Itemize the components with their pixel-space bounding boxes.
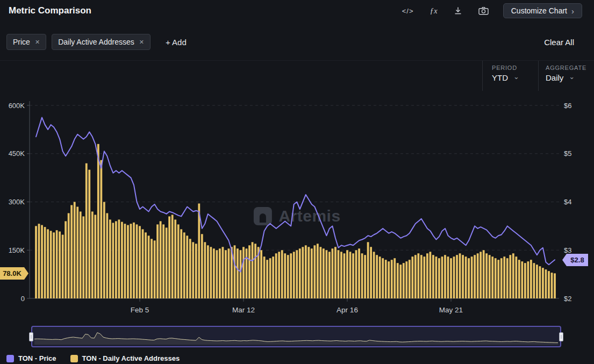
chart-controls-row: PERIOD YTD ⌄ AGGREGATE Daily ⌄ [0, 60, 594, 90]
svg-text:450K: 450K [9, 149, 25, 158]
legend-label: TON - Daily Active Addresses [82, 354, 180, 362]
svg-text:$5: $5 [564, 149, 571, 158]
aggregate-label: AGGREGATE [546, 65, 586, 71]
time-range-brush[interactable] [31, 326, 561, 347]
svg-text:0: 0 [21, 295, 25, 303]
watermark-text: Artemis [278, 207, 340, 225]
toolbar: </> ƒx Customize Chart › [400, 0, 582, 22]
download-icon[interactable] [452, 5, 464, 16]
code-icon[interactable]: </> [400, 6, 416, 16]
svg-text:$6: $6 [564, 102, 571, 110]
chip-label: Price [13, 38, 30, 46]
svg-text:$3: $3 [564, 246, 571, 254]
header: Metric Comparison </> ƒx Customize Chart… [0, 0, 594, 22]
chevron-down-icon: ⌄ [513, 73, 519, 81]
addresses-swatch-icon [70, 355, 78, 362]
customize-chart-label: Customize Chart [511, 6, 567, 15]
fx-icon[interactable]: ƒx [428, 5, 439, 17]
price-swatch-icon [6, 355, 14, 362]
svg-text:150K: 150K [9, 246, 25, 254]
metric-chip-price[interactable]: Price ✕ [6, 34, 46, 50]
svg-text:Apr 16: Apr 16 [337, 306, 358, 314]
metric-chip-daily-active-addresses[interactable]: Daily Active Addresses ✕ [52, 34, 151, 50]
chip-label: Daily Active Addresses [58, 38, 134, 46]
period-dropdown[interactable]: PERIOD YTD ⌄ [492, 65, 519, 82]
metric-chips-row: Price ✕ Daily Active Addresses ✕ + Add C… [6, 33, 588, 51]
metric-comparison-app: Metric Comparison </> ƒx Customize Chart… [0, 0, 594, 364]
aggregate-value: Daily [546, 73, 563, 82]
chart-legend: TON - Price TON - Daily Active Addresses [6, 354, 180, 362]
clear-all-button[interactable]: Clear All [541, 37, 577, 47]
add-metric-button[interactable]: + Add [162, 37, 190, 47]
svg-text:$4: $4 [564, 198, 571, 206]
svg-text:600K: 600K [9, 102, 25, 110]
chevron-down-icon: ⌄ [569, 73, 575, 81]
close-icon[interactable]: ✕ [35, 39, 40, 45]
close-icon[interactable]: ✕ [139, 39, 144, 45]
legend-item-daily-active-addresses[interactable]: TON - Daily Active Addresses [70, 354, 180, 362]
current-value-tag-price: $2.8 [562, 254, 588, 266]
brush-handle-right[interactable] [559, 332, 563, 341]
svg-text:Feb 5: Feb 5 [131, 306, 149, 314]
svg-text:300K: 300K [9, 198, 25, 206]
svg-text:$2: $2 [564, 295, 571, 303]
current-value-tag-addresses: 78.0K [0, 267, 28, 280]
artemis-watermark: Artemis [253, 207, 340, 225]
aggregate-dropdown[interactable]: AGGREGATE Daily ⌄ [546, 65, 586, 82]
comparison-chart-canvas: 0$2150K$3300K$4450K$5600K$6Feb 5Mar 12Ap… [0, 0, 594, 364]
artemis-logo-icon [253, 207, 271, 225]
page-title: Metric Comparison [9, 0, 91, 22]
period-value: YTD [492, 73, 508, 82]
brush-handle-left[interactable] [29, 332, 33, 341]
period-label: PERIOD [492, 65, 519, 71]
legend-item-price[interactable]: TON - Price [6, 354, 56, 362]
svg-text:Mar 12: Mar 12 [232, 306, 255, 314]
legend-label: TON - Price [18, 354, 56, 362]
divider [482, 61, 483, 91]
chevron-right-icon: › [571, 6, 574, 16]
camera-icon[interactable] [477, 5, 490, 16]
customize-chart-button[interactable]: Customize Chart › [503, 3, 582, 18]
divider [538, 61, 539, 91]
svg-text:May 21: May 21 [439, 306, 463, 314]
